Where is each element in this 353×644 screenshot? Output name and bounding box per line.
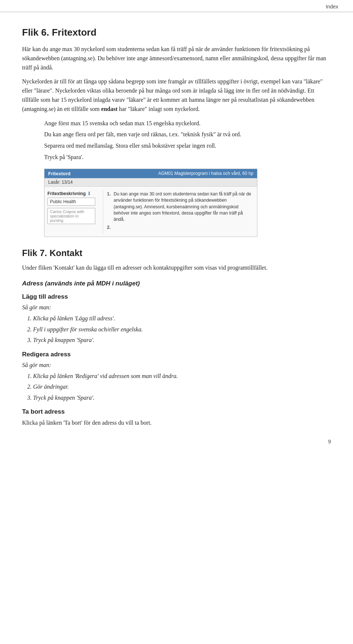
flik7-lagg-heading: Lägg till adress — [22, 293, 331, 301]
header-title: Index — [326, 4, 338, 10]
screenshot-lasaar: Lasår: 13/14 — [48, 180, 73, 185]
page-header: Index — [0, 0, 353, 12]
page-number: 9 — [22, 439, 331, 445]
indented-line1: Ange först max 15 svenska och sedan max … — [44, 119, 331, 128]
flik7-edit-step-2: Gör ändringar. — [33, 382, 331, 392]
flik6-para2-end: har "läkare" inlagt som nyckelord. — [118, 106, 200, 112]
add-step-2-text: Fyll i uppgifter för svenska och/eller e… — [33, 326, 143, 332]
edit-step-1-text: Klicka på länken 'Redigera' vid adressen… — [33, 373, 178, 379]
screenshot-item1-text: Du kan ange max 30 ord som studenterna s… — [114, 191, 253, 223]
flik7-para1: Under fliken 'Kontakt' kan du lägga till… — [22, 263, 331, 273]
flik7-add-step-3: Tryck på knappen 'Spara'. — [33, 335, 331, 345]
edit-step-3-text: Tryck på knappen 'Spara'. — [33, 395, 95, 401]
screenshot-input-placeholder[interactable]: Carios Crapos with specialization in pur… — [47, 208, 95, 224]
screenshot-header-left: Fritextord — [48, 171, 71, 176]
screenshot-body: Fritextbeskrivning ℹ Public Health Cario… — [44, 187, 257, 237]
add-step-1-text: Klicka på länken 'Lägg till adress'. — [33, 315, 115, 321]
flik7-add-step-2: Fyll i uppgifter för svenska och/eller e… — [33, 325, 331, 334]
indented-line3: Separera ord med mellanslag. Stora eller… — [44, 141, 331, 151]
screenshot-input-public-health[interactable]: Public Health — [47, 198, 95, 206]
flik7-ta-bort-heading: Ta bort adress — [22, 408, 331, 415]
info-icon: ℹ — [88, 191, 90, 196]
screenshot-box: Fritextord AGM01 Magisterprogram i halsa… — [44, 169, 257, 237]
flik7-address-heading: Adress (används inte på MDH i nuläget) — [22, 280, 331, 287]
flik7-add-step-1: Klicka på länken 'Lägg till adress'. — [33, 314, 331, 323]
add-step-3-text: Tryck på knappen 'Spara'. — [33, 337, 95, 343]
flik7-ta-bort-text: Klicka på länken 'Ta bort' för den adres… — [22, 418, 331, 428]
screenshot-item1-num: 1. — [107, 191, 114, 223]
input-placeholder-text: Carios Crapos with specialization in pur… — [50, 209, 84, 223]
flik7-edit-step-1: Klicka på länken 'Redigera' vid adressen… — [33, 371, 331, 381]
flik7-sa-gor-man: Så gör man: — [22, 304, 331, 311]
screenshot-field-label: Fritextbeskrivning ℹ — [47, 191, 100, 196]
page-content: Flik 6. Fritextord Här kan du ange max 3… — [0, 12, 353, 459]
screenshot-item2: 2. — [107, 224, 253, 231]
screenshot-item2-num: 2. — [107, 224, 114, 231]
flik7-redigera-heading: Redigera adress — [22, 351, 331, 358]
flik6-para1: Här kan du ange max 30 nyckelord som stu… — [22, 45, 331, 72]
screenshot-header-right: AGM01 Magisterprogram i halsa och vård, … — [158, 171, 253, 176]
flik6-para2: Nyckelorden är till för att fånga upp så… — [22, 77, 331, 114]
flik7-sa-gor-man2: Så gör man: — [22, 362, 331, 368]
screenshot-right-col: 1. Du kan ange max 30 ord som studentern… — [103, 190, 257, 234]
flik7-title: Flik 7. Kontakt — [22, 248, 331, 258]
input-value-text: Public Health — [50, 199, 76, 204]
edit-step-2-text: Gör ändringar. — [33, 384, 69, 390]
flik7-edit-steps: Klicka på länken 'Redigera' vid adressen… — [33, 371, 331, 403]
screenshot-header: Fritextord AGM01 Magisterprogram i halsa… — [44, 169, 257, 178]
indented-line2: Du kan ange flera ord per fält, men varj… — [44, 130, 331, 139]
flik7-add-steps: Klicka på länken 'Lägg till adress'. Fyl… — [33, 314, 331, 345]
flik6-title: Flik 6. Fritextord — [22, 27, 331, 38]
indented-instructions: Ange först max 15 svenska och sedan max … — [44, 119, 331, 162]
field-label-text: Fritextbeskrivning — [47, 191, 86, 196]
indented-line4: Tryck på 'Spara'. — [44, 153, 331, 162]
screenshot-subheader: Lasår: 13/14 — [44, 178, 257, 187]
screenshot-item1: 1. Du kan ange max 30 ord som studentern… — [107, 191, 253, 223]
screenshot-left-col: Fritextbeskrivning ℹ Public Health Cario… — [44, 190, 103, 234]
flik7-edit-step-3: Tryck på knappen 'Spara'. — [33, 393, 331, 403]
flik6-para2-bold: endast — [101, 106, 117, 112]
